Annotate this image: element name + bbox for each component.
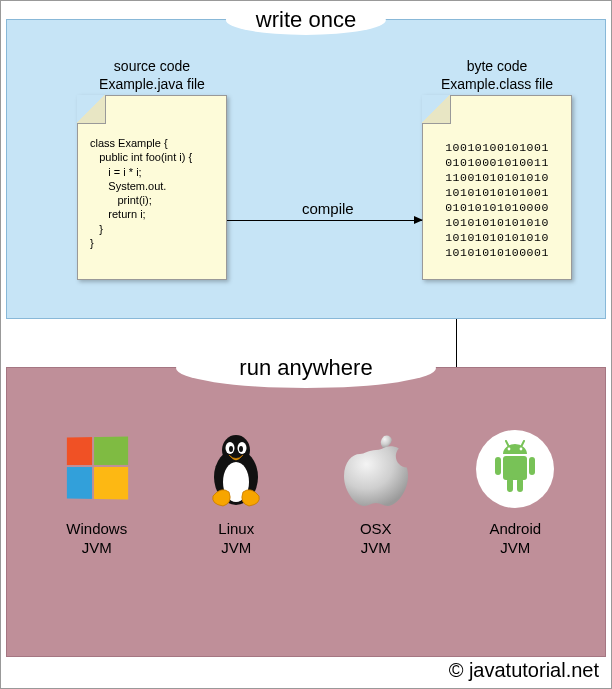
- svg-rect-9: [503, 456, 527, 480]
- copyright-text: © javatutorial.net: [449, 659, 599, 682]
- source-file-caption: source code Example.java file: [52, 58, 252, 93]
- compile-arrow: [227, 220, 422, 221]
- svg-point-15: [520, 448, 523, 451]
- section-title-top: write once: [226, 5, 386, 35]
- byte-file-content: 10010100101001 01010001010011 1100101010…: [423, 141, 571, 261]
- platform-linux: LinuxJVM: [176, 428, 296, 558]
- section-title-bottom-cutout: run anywhere: [176, 348, 436, 388]
- svg-line-8: [521, 441, 524, 447]
- svg-point-5: [229, 446, 233, 452]
- svg-rect-11: [529, 457, 535, 475]
- svg-line-7: [506, 441, 509, 447]
- compile-label: compile: [302, 200, 354, 217]
- diagram-canvas: write once source code Example.java file…: [0, 0, 612, 689]
- svg-point-14: [508, 448, 511, 451]
- svg-rect-13: [517, 478, 523, 492]
- platform-label: OSXJVM: [360, 520, 392, 558]
- byte-code-file: byte code Example.class file 10010100101…: [422, 95, 572, 280]
- run-anywhere-section: run anywhere WindowsJVM: [6, 367, 606, 657]
- platforms-row: WindowsJVM: [7, 428, 605, 558]
- byte-file-caption: byte code Example.class file: [397, 58, 597, 93]
- platform-windows: WindowsJVM: [37, 428, 157, 558]
- android-icon: [475, 428, 555, 508]
- platform-label: WindowsJVM: [66, 520, 127, 558]
- linux-icon: [196, 428, 276, 508]
- svg-rect-10: [495, 457, 501, 475]
- apple-icon: [336, 428, 416, 508]
- source-file-content: class Example { public int foo(int i) { …: [90, 136, 218, 250]
- platform-android: AndroidJVM: [455, 428, 575, 558]
- platform-osx: OSXJVM: [316, 428, 436, 558]
- source-code-file: source code Example.java file class Exam…: [77, 95, 227, 280]
- svg-rect-12: [507, 478, 513, 492]
- platform-label: AndroidJVM: [489, 520, 541, 558]
- svg-point-6: [239, 446, 243, 452]
- windows-icon: [57, 428, 137, 508]
- platform-label: LinuxJVM: [218, 520, 254, 558]
- write-once-section: write once source code Example.java file…: [6, 19, 606, 319]
- section-title-bottom: run anywhere: [239, 355, 372, 381]
